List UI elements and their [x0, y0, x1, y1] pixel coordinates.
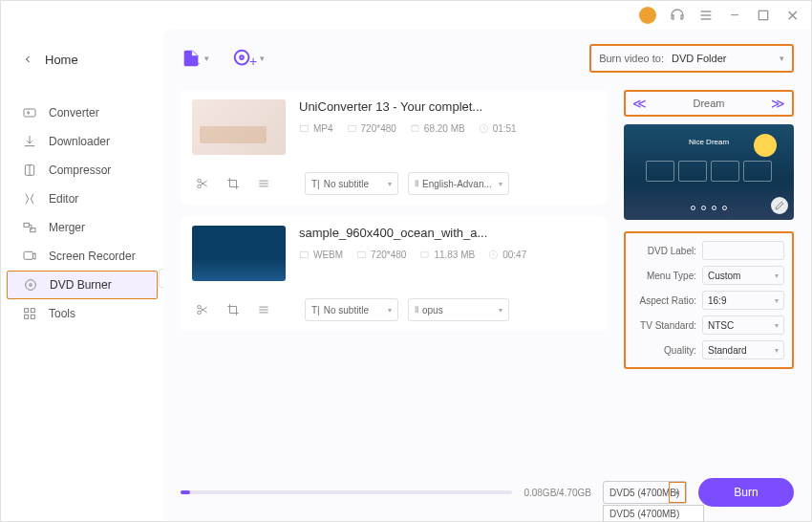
video-thumbnail[interactable] [192, 99, 286, 155]
sun-icon [754, 134, 777, 157]
chevron-down-icon[interactable]: ▾ [669, 482, 686, 503]
video-list: UniConverter 13 - Your complet... MP4 72… [181, 90, 607, 369]
dvd-settings: DVD Label: Menu Type:Custom▾ Aspect Rati… [624, 231, 794, 369]
svg-rect-4 [31, 228, 35, 232]
nav-screen-recorder[interactable]: Screen Recorder [1, 242, 163, 271]
svg-rect-21 [358, 252, 365, 258]
nav-tools[interactable]: Tools [1, 299, 163, 328]
burn-button[interactable]: Burn [698, 478, 794, 507]
trim-button[interactable] [192, 299, 213, 320]
progress-bar [181, 490, 512, 494]
right-panel: ≪ Dream ≫ Nice Dream DVD Label: Menu Typ… [624, 90, 794, 369]
burn-target-select[interactable]: Burn video to: DVD Folder ▾ [589, 44, 794, 73]
more-button[interactable] [253, 173, 274, 194]
home-button[interactable]: Home [1, 44, 163, 75]
user-avatar-icon[interactable] [639, 7, 656, 24]
subtitle-select[interactable]: T|No subtitle▾ [305, 172, 398, 195]
menu-type-select[interactable]: Custom▾ [702, 266, 784, 285]
progress-text: 0.08GB/4.70GB [524, 488, 591, 498]
nav-dvd-burner[interactable]: DVD Burner [7, 271, 158, 299]
edit-template-button[interactable] [771, 197, 788, 214]
svg-rect-9 [31, 309, 34, 313]
svg-rect-16 [348, 126, 354, 132]
maximize-button[interactable] [756, 8, 771, 23]
preview-title: Nice Dream [689, 138, 729, 146]
sidebar: Home Converter Downloader Compressor Edi… [1, 30, 163, 522]
subtitle-select[interactable]: T|No subtitle▾ [305, 298, 398, 321]
main: +▾ +▾ Burn video to: DVD Folder ▾ UniCon… [163, 30, 811, 522]
svg-rect-8 [25, 309, 29, 313]
svg-point-7 [30, 284, 32, 287]
nav-converter[interactable]: Converter [1, 98, 163, 127]
add-file-button[interactable]: +▾ [181, 48, 209, 69]
svg-rect-20 [300, 252, 308, 258]
template-preview[interactable]: Nice Dream [624, 124, 794, 220]
burn-target-label: Burn video to: [599, 53, 664, 64]
dvd-label-input[interactable] [702, 241, 784, 260]
more-button[interactable] [253, 299, 274, 320]
nav: Converter Downloader Compressor Editor M… [1, 98, 163, 328]
titlebar: − ✕ [1, 1, 811, 30]
nav-merger[interactable]: Merger [1, 213, 163, 242]
video-thumbnail[interactable] [192, 226, 286, 281]
aspect-ratio-select[interactable]: 16:9▾ [702, 291, 784, 310]
minimize-button[interactable]: − [727, 8, 742, 23]
video-title: UniConverter 13 - Your complet... [299, 99, 595, 114]
next-template-button[interactable]: ≫ [771, 96, 786, 111]
svg-point-13 [235, 51, 249, 65]
chevron-down-icon: ▾ [780, 54, 784, 63]
template-name: Dream [693, 98, 724, 109]
bottom-bar: 0.08GB/4.70GB DVD5 (4700MB) ▾ DVD5 (4700… [181, 478, 794, 507]
menu-icon[interactable] [698, 8, 714, 23]
burn-target-value: DVD Folder [672, 53, 772, 64]
video-card: sample_960x400_ocean_with_a... WEBM 720*… [181, 216, 607, 331]
disc-options-menu: DVD5 (4700MB) DVD9 (8500MB) BD25 (25G) B… [603, 505, 704, 522]
svg-point-14 [240, 55, 244, 59]
tv-standard-select[interactable]: NTSC▾ [702, 315, 784, 335]
home-label: Home [45, 53, 78, 67]
prev-template-button[interactable]: ≪ [631, 96, 647, 111]
crop-button[interactable] [223, 173, 244, 194]
quality-select[interactable]: Standard▾ [702, 340, 784, 359]
audio-select[interactable]: ⦀opus▾ [408, 298, 509, 321]
disc-option[interactable]: DVD5 (4700MB) [604, 506, 703, 522]
nav-editor[interactable]: Editor [1, 185, 163, 213]
video-card: UniConverter 13 - Your complet... MP4 72… [181, 90, 607, 205]
nav-compressor[interactable]: Compressor [1, 156, 163, 185]
svg-text:+: + [194, 57, 200, 69]
disc-type-select[interactable]: DVD5 (4700MB) ▾ DVD5 (4700MB) DVD9 (8500… [603, 481, 687, 504]
add-disc-button[interactable]: +▾ [232, 48, 265, 69]
trim-button[interactable] [192, 173, 213, 194]
toolbar: +▾ +▾ Burn video to: DVD Folder ▾ [181, 44, 794, 73]
close-button[interactable]: ✕ [784, 8, 800, 23]
svg-rect-5 [24, 251, 32, 259]
audio-select[interactable]: ⦀English-Advan...▾ [408, 172, 509, 195]
svg-rect-11 [31, 315, 34, 318]
video-meta: MP4 720*480 68.20 MB 01:51 [299, 123, 595, 134]
template-nav: ≪ Dream ≫ [624, 90, 794, 117]
video-title: sample_960x400_ocean_with_a... [299, 226, 595, 240]
support-icon[interactable] [670, 8, 685, 23]
crop-button[interactable] [223, 299, 244, 320]
svg-rect-3 [24, 223, 29, 227]
video-meta: WEBM 720*480 11.83 MB 00:47 [299, 250, 595, 260]
svg-point-6 [26, 280, 36, 291]
svg-rect-10 [25, 315, 29, 318]
svg-rect-15 [300, 126, 308, 132]
nav-downloader[interactable]: Downloader [1, 127, 163, 156]
svg-rect-0 [759, 11, 767, 19]
